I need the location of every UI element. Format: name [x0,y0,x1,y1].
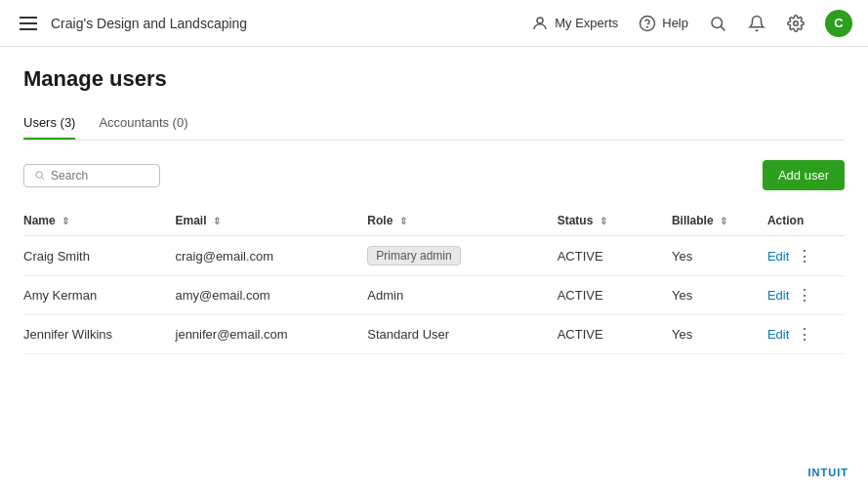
person-icon [530,14,550,33]
role-text: Standard User [367,327,449,342]
search-input[interactable] [51,169,149,183]
cell-action: Edit ⋮ [767,315,845,354]
toolbar: Add user [23,160,845,190]
svg-line-7 [42,178,45,181]
col-header-status: Status ⇕ [558,206,672,236]
primary-admin-badge: Primary admin [367,246,460,265]
more-options-icon[interactable]: ⋮ [797,247,812,265]
header: Craig's Design and Landscaping My Expert… [0,0,868,47]
sort-icon-email[interactable]: ⇕ [213,216,221,226]
bell-icon[interactable] [747,14,766,33]
svg-line-4 [721,26,724,30]
help-icon [638,14,657,33]
sort-icon-role[interactable]: ⇕ [399,216,407,226]
table-row: Jennifer Wilkins jennifer@email.com Stan… [23,315,845,354]
hamburger-menu-icon[interactable] [16,13,41,34]
tab-accountants[interactable]: Accountants (0) [99,107,187,140]
col-header-billable: Billable ⇕ [672,206,767,236]
edit-button[interactable]: Edit [767,327,789,342]
cell-role: Standard User [367,315,557,354]
cell-role: Primary admin [367,236,557,276]
search-box-icon [34,169,45,182]
table-body: Craig Smith craig@email.com Primary admi… [23,236,845,354]
header-left: Craig's Design and Landscaping [16,13,530,34]
col-header-action: Action [767,206,845,236]
more-options-icon[interactable]: ⋮ [797,325,812,344]
add-user-button[interactable]: Add user [763,160,845,190]
users-table: Name ⇕ Email ⇕ Role ⇕ Status ⇕ Billable [23,206,845,354]
cell-status: ACTIVE [558,276,672,315]
cell-email: craig@email.com [176,236,368,276]
cell-action: Edit ⋮ [767,236,845,276]
action-cell: Edit ⋮ [767,325,833,344]
table-header: Name ⇕ Email ⇕ Role ⇕ Status ⇕ Billable [23,206,845,236]
cell-name: Amy Kerman [23,276,176,315]
cell-role: Admin [367,276,557,315]
search-box[interactable] [23,164,160,187]
cell-name: Craig Smith [23,236,176,276]
cell-action: Edit ⋮ [767,276,845,315]
col-header-role: Role ⇕ [367,206,557,236]
cell-billable: Yes [672,236,767,276]
svg-point-2 [647,26,648,27]
more-options-icon[interactable]: ⋮ [797,286,812,305]
help-nav[interactable]: Help [638,14,688,33]
action-cell: Edit ⋮ [767,286,833,305]
gear-icon[interactable] [786,14,806,33]
tabs-container: Users (3) Accountants (0) [23,107,845,141]
cell-status: ACTIVE [558,236,672,276]
avatar[interactable]: C [825,10,852,37]
svg-point-5 [794,20,799,25]
svg-point-6 [36,172,42,178]
edit-button[interactable]: Edit [767,249,789,264]
sort-icon-status[interactable]: ⇕ [599,216,607,226]
action-cell: Edit ⋮ [767,247,833,265]
cell-status: ACTIVE [558,315,672,354]
role-text: Admin [367,288,403,303]
my-experts-label: My Experts [555,16,618,30]
cell-billable: Yes [672,276,767,315]
help-label: Help [662,16,688,30]
col-header-email: Email ⇕ [176,206,368,236]
company-name: Craig's Design and Landscaping [51,16,247,31]
tab-users[interactable]: Users (3) [23,107,75,140]
search-icon[interactable] [708,14,727,33]
header-right: My Experts Help C [530,10,852,37]
my-experts-nav[interactable]: My Experts [530,14,618,33]
svg-point-3 [712,18,723,28]
page-content: Manage users Users (3) Accountants (0) A… [0,47,868,374]
sort-icon-billable[interactable]: ⇕ [720,216,727,226]
table-row: Craig Smith craig@email.com Primary admi… [23,236,845,276]
edit-button[interactable]: Edit [767,288,789,303]
page-title: Manage users [23,66,845,92]
cell-email: amy@email.com [176,276,368,315]
sort-icon-name[interactable]: ⇕ [62,216,69,226]
table-row: Amy Kerman amy@email.com Admin ACTIVE Ye… [23,276,845,315]
cell-billable: Yes [672,315,767,354]
cell-name: Jennifer Wilkins [23,315,176,354]
col-header-name: Name ⇕ [23,206,176,236]
svg-point-0 [537,18,543,23]
cell-email: jennifer@email.com [176,315,368,354]
